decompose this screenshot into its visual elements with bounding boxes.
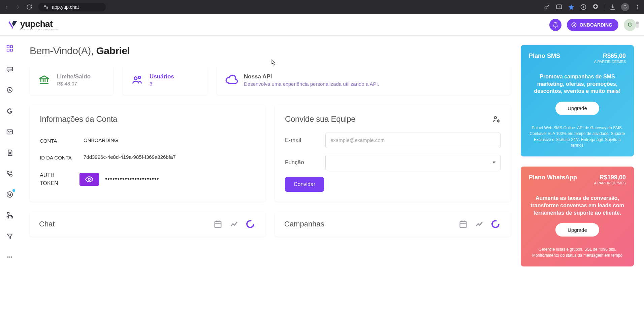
cloud-icon bbox=[225, 73, 238, 86]
browser-menu-icon[interactable] bbox=[634, 3, 641, 11]
svg-point-27 bbox=[134, 77, 137, 80]
notifications-button[interactable] bbox=[549, 19, 561, 31]
bell-icon bbox=[552, 22, 558, 28]
sidebar-more[interactable] bbox=[5, 252, 14, 262]
svg-point-29 bbox=[88, 178, 91, 180]
sidebar-call[interactable] bbox=[5, 169, 14, 178]
plan-sms-upgrade-button[interactable]: Upgrade bbox=[555, 102, 599, 115]
browser-reload-button[interactable] bbox=[26, 3, 33, 11]
reveal-token-button[interactable] bbox=[79, 173, 99, 186]
svg-rect-11 bbox=[7, 49, 9, 51]
sidebar-google[interactable] bbox=[5, 106, 14, 116]
email-label: E-mail bbox=[285, 137, 319, 144]
svg-rect-23 bbox=[11, 217, 13, 218]
svg-rect-34 bbox=[460, 221, 466, 227]
campaigns-donut-button[interactable] bbox=[490, 218, 501, 230]
sidebar-flow[interactable] bbox=[5, 211, 14, 220]
role-select[interactable] bbox=[325, 155, 501, 170]
sidebar-dashboard[interactable] bbox=[5, 44, 14, 53]
campaigns-trend-button[interactable] bbox=[474, 218, 485, 230]
user-avatar[interactable]: G bbox=[624, 19, 636, 31]
browser-back-button[interactable] bbox=[3, 3, 10, 11]
chat-calendar-button[interactable] bbox=[212, 218, 224, 230]
bookmark-star-icon[interactable] bbox=[568, 3, 575, 11]
balance-label: Limite/Saldo bbox=[57, 73, 91, 80]
manage-team-icon[interactable] bbox=[492, 115, 501, 123]
svg-rect-12 bbox=[10, 49, 12, 51]
profile-avatar[interactable]: G bbox=[621, 3, 629, 11]
sidebar-whatsapp[interactable] bbox=[5, 85, 14, 95]
plan-wa-name: Plano WhatsApp bbox=[529, 174, 577, 181]
svg-point-2 bbox=[545, 7, 547, 9]
svg-point-24 bbox=[7, 256, 9, 258]
plan-card-whatsapp: Plano WhatsApp R$199,00 A PARTIR DE/MÊS … bbox=[521, 167, 634, 266]
campaigns-title: Campanhas bbox=[284, 220, 324, 228]
campaigns-calendar-button[interactable] bbox=[457, 218, 469, 230]
sidebar-bot[interactable] bbox=[5, 190, 14, 199]
toolbar-separator bbox=[604, 4, 604, 10]
onboarding-button[interactable]: ONBOARDING bbox=[567, 19, 618, 31]
campaigns-card: Campanhas bbox=[275, 212, 511, 237]
email-input[interactable] bbox=[325, 133, 501, 148]
plan-sms-footer: Painel Web SMS Online. API de Gateway do… bbox=[529, 125, 626, 149]
chat-donut-button[interactable] bbox=[245, 218, 256, 230]
sidebar-sms[interactable]: SMS bbox=[5, 65, 14, 74]
chat-card: Chat bbox=[30, 212, 265, 237]
role-label: Função bbox=[285, 159, 319, 166]
stat-card-balance[interactable]: Limite/Saldo R$ 48,07 bbox=[30, 66, 113, 95]
browser-toolbar: app.yup.chat G bbox=[0, 0, 644, 14]
plan-wa-upgrade-button[interactable]: Upgrade bbox=[555, 223, 599, 237]
account-value: ONBOARDING bbox=[84, 137, 118, 145]
gauge-icon bbox=[571, 22, 577, 28]
svg-point-26 bbox=[11, 256, 12, 258]
svg-rect-9 bbox=[7, 46, 9, 48]
plan-sms-price: R$65,00 bbox=[594, 52, 626, 60]
browser-forward-button[interactable] bbox=[14, 3, 22, 11]
users-label: Usuários bbox=[150, 73, 174, 80]
plan-wa-price-sub: A PARTIR DE/MÊS bbox=[594, 181, 626, 185]
new-tab-plus-icon[interactable] bbox=[580, 3, 587, 11]
stat-card-users[interactable]: Usuários 3 bbox=[123, 66, 207, 95]
sidebar-mail[interactable] bbox=[5, 127, 14, 137]
extensions-icon[interactable] bbox=[592, 3, 599, 11]
account-info-card: Informações da Conta CONTA ONBOARDING ID… bbox=[30, 105, 265, 202]
svg-rect-1 bbox=[46, 7, 48, 8]
plan-wa-footer: Gerencie listas e grupos. SSL de 4096 bi… bbox=[529, 247, 626, 258]
password-key-icon[interactable] bbox=[543, 3, 551, 11]
downloads-icon[interactable] bbox=[609, 3, 616, 11]
stat-card-api[interactable]: Nossa API Desenvolva uma experiência per… bbox=[217, 66, 511, 95]
svg-point-6 bbox=[637, 7, 638, 8]
install-app-icon[interactable] bbox=[555, 3, 563, 11]
account-info-title: Informações da Conta bbox=[40, 114, 255, 124]
svg-rect-21 bbox=[7, 213, 9, 214]
browser-address-bar[interactable]: app.yup.chat bbox=[38, 3, 106, 11]
users-icon bbox=[131, 73, 143, 86]
sidebar-filter[interactable] bbox=[5, 231, 14, 241]
bank-icon bbox=[38, 73, 51, 86]
invite-button[interactable]: Convidar bbox=[285, 177, 324, 192]
invite-title: Convide sua Equipe bbox=[285, 114, 355, 124]
welcome-name: Gabriel bbox=[96, 45, 130, 56]
svg-point-19 bbox=[8, 194, 9, 194]
svg-point-20 bbox=[10, 194, 11, 194]
chat-trend-button[interactable] bbox=[228, 218, 240, 230]
welcome-heading: Bem-Vindo(A), Gabriel bbox=[30, 45, 511, 57]
svg-point-33 bbox=[247, 221, 254, 227]
svg-point-7 bbox=[637, 8, 638, 9]
svg-point-5 bbox=[637, 5, 638, 6]
plan-wa-price: R$199,00 bbox=[594, 174, 626, 181]
auth-token-label: AUTH TOKEN bbox=[40, 171, 73, 187]
chat-title: Chat bbox=[39, 220, 55, 228]
plan-sms-desc: Promova campanhas de SMS marketing, ofer… bbox=[529, 73, 626, 95]
svg-point-35 bbox=[492, 221, 499, 227]
browser-url: app.yup.chat bbox=[52, 4, 79, 10]
site-settings-icon bbox=[43, 4, 49, 10]
onboarding-label: ONBOARDING bbox=[580, 22, 612, 28]
sidebar-document[interactable] bbox=[5, 148, 14, 157]
logo[interactable]: yupchat BUSINESS COMMUNICATIONS bbox=[8, 19, 59, 31]
eye-icon bbox=[85, 175, 94, 184]
svg-text:SMS: SMS bbox=[8, 68, 12, 70]
svg-point-15 bbox=[7, 87, 12, 93]
svg-rect-22 bbox=[7, 217, 9, 218]
plan-sms-price-sub: A PARTIR DE/MÊS bbox=[594, 60, 626, 64]
